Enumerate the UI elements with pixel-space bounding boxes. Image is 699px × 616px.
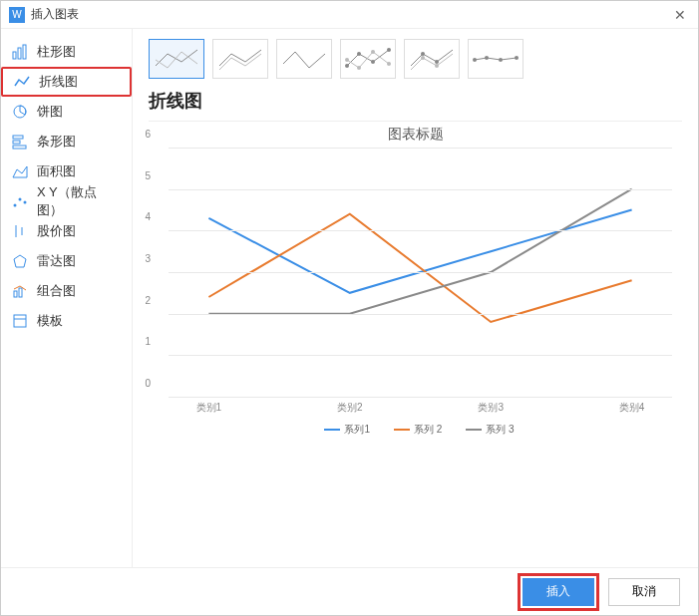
titlebar: W 插入图表 ✕ bbox=[1, 1, 698, 29]
svg-point-29 bbox=[435, 64, 439, 68]
line-chart-icon bbox=[13, 73, 31, 91]
dialog-body: 柱形图 折线图 饼图 条形图 面积图 X Y（散点图） bbox=[1, 29, 698, 567]
chart-type-sidebar: 柱形图 折线图 饼图 条形图 面积图 X Y（散点图） bbox=[1, 29, 133, 567]
stock-chart-icon bbox=[11, 222, 29, 240]
sidebar-item-radar[interactable]: 雷达图 bbox=[1, 246, 132, 276]
svg-point-26 bbox=[421, 52, 425, 56]
y-tick: 3 bbox=[145, 253, 151, 264]
app-icon: W bbox=[9, 7, 25, 23]
template-icon bbox=[11, 312, 29, 330]
legend-swatch bbox=[324, 429, 340, 431]
svg-point-18 bbox=[345, 64, 349, 68]
svg-point-31 bbox=[485, 56, 489, 60]
sidebar-item-label: 雷达图 bbox=[37, 252, 76, 270]
sidebar-item-label: 折线图 bbox=[39, 73, 78, 91]
x-tick: 类别4 bbox=[619, 401, 645, 415]
subtype-thumb-4[interactable] bbox=[340, 39, 396, 79]
svg-point-24 bbox=[371, 50, 375, 54]
svg-rect-6 bbox=[13, 146, 26, 149]
svg-point-28 bbox=[421, 56, 425, 60]
chart-legend: 系列1系列 2系列 3 bbox=[149, 423, 682, 437]
insert-button[interactable]: 插入 bbox=[523, 578, 594, 606]
svg-point-23 bbox=[357, 66, 361, 70]
svg-rect-14 bbox=[14, 291, 17, 297]
y-tick: 1 bbox=[145, 336, 151, 347]
svg-rect-2 bbox=[23, 45, 26, 59]
svg-point-8 bbox=[13, 204, 16, 207]
sidebar-item-scatter[interactable]: X Y（散点图） bbox=[1, 186, 132, 216]
svg-rect-5 bbox=[13, 141, 20, 144]
subtype-thumb-3[interactable] bbox=[276, 39, 332, 79]
subtype-thumb-2[interactable] bbox=[212, 39, 268, 79]
sidebar-item-pie[interactable]: 饼图 bbox=[1, 97, 132, 127]
svg-point-9 bbox=[18, 198, 21, 201]
sidebar-item-label: X Y（散点图） bbox=[37, 183, 122, 219]
svg-rect-4 bbox=[13, 136, 23, 139]
combo-chart-icon bbox=[11, 282, 29, 300]
y-tick: 5 bbox=[145, 169, 151, 180]
bar-chart-icon bbox=[11, 133, 29, 151]
sidebar-item-label: 柱形图 bbox=[37, 43, 76, 61]
svg-point-10 bbox=[23, 201, 26, 204]
radar-chart-icon bbox=[11, 252, 29, 270]
cancel-button[interactable]: 取消 bbox=[608, 578, 680, 606]
sidebar-item-template[interactable]: 模板 bbox=[1, 306, 132, 336]
y-tick: 2 bbox=[145, 294, 151, 305]
svg-marker-13 bbox=[14, 255, 26, 267]
svg-point-32 bbox=[499, 58, 503, 62]
subtype-thumb-5[interactable] bbox=[404, 39, 460, 79]
sidebar-item-column[interactable]: 柱形图 bbox=[1, 37, 132, 67]
sidebar-item-label: 股价图 bbox=[37, 222, 76, 240]
chart-plot: 0123456 类别1类别2类别3类别4 bbox=[169, 148, 672, 417]
sidebar-item-label: 模板 bbox=[37, 312, 63, 330]
x-tick: 类别2 bbox=[337, 401, 363, 415]
svg-rect-15 bbox=[19, 288, 22, 297]
sidebar-item-label: 面积图 bbox=[37, 162, 76, 180]
x-tick: 类别1 bbox=[196, 401, 222, 415]
subtype-thumb-6[interactable] bbox=[468, 39, 524, 79]
sidebar-item-line[interactable]: 折线图 bbox=[1, 67, 132, 97]
column-chart-icon bbox=[11, 43, 29, 61]
x-tick: 类别3 bbox=[478, 401, 504, 415]
legend-swatch bbox=[394, 429, 410, 431]
legend-item: 系列1 bbox=[316, 424, 370, 435]
legend-swatch bbox=[466, 429, 482, 431]
svg-point-19 bbox=[357, 52, 361, 56]
sidebar-item-label: 条形图 bbox=[37, 133, 76, 151]
legend-item: 系列 3 bbox=[458, 424, 514, 435]
subtype-thumbnails bbox=[149, 39, 682, 79]
chart-preview: 图表标题 0123456 类别1类别2类别3类别4 系列1系列 2系列 3 bbox=[149, 121, 682, 567]
scatter-chart-icon bbox=[11, 192, 29, 210]
sidebar-item-area[interactable]: 面积图 bbox=[1, 156, 132, 186]
area-chart-icon bbox=[11, 162, 29, 180]
sidebar-item-combo[interactable]: 组合图 bbox=[1, 276, 132, 306]
close-icon[interactable]: ✕ bbox=[670, 7, 690, 23]
chart-title: 图表标题 bbox=[149, 126, 682, 144]
y-tick: 4 bbox=[145, 211, 151, 222]
insert-chart-dialog: W 插入图表 ✕ 柱形图 折线图 饼图 条形图 面积图 bbox=[0, 0, 699, 616]
sidebar-item-stock[interactable]: 股价图 bbox=[1, 216, 132, 246]
svg-point-25 bbox=[387, 62, 391, 66]
svg-point-30 bbox=[473, 58, 477, 62]
x-axis: 类别1类别2类别3类别4 bbox=[169, 397, 672, 417]
svg-point-33 bbox=[515, 56, 519, 60]
dialog-footer: 插入 取消 bbox=[1, 567, 698, 615]
main-panel: 折线图 图表标题 0123456 类别1类别2类别3类别4 系列1系列 2系列 … bbox=[133, 29, 698, 567]
y-tick: 6 bbox=[145, 129, 151, 140]
legend-item: 系列 2 bbox=[386, 424, 442, 435]
svg-point-20 bbox=[371, 60, 375, 64]
y-tick: 0 bbox=[145, 378, 151, 389]
svg-rect-16 bbox=[14, 315, 26, 327]
pie-chart-icon bbox=[11, 103, 29, 121]
window-title: 插入图表 bbox=[31, 6, 670, 23]
svg-point-22 bbox=[345, 58, 349, 62]
svg-rect-1 bbox=[18, 48, 21, 59]
svg-marker-7 bbox=[13, 166, 27, 177]
svg-point-21 bbox=[387, 48, 391, 52]
sidebar-item-label: 饼图 bbox=[37, 103, 63, 121]
sidebar-item-bar[interactable]: 条形图 bbox=[1, 127, 132, 156]
chart-type-title: 折线图 bbox=[149, 89, 682, 113]
subtype-thumb-1[interactable] bbox=[149, 39, 204, 79]
svg-rect-0 bbox=[13, 52, 16, 59]
sidebar-item-label: 组合图 bbox=[37, 282, 76, 300]
